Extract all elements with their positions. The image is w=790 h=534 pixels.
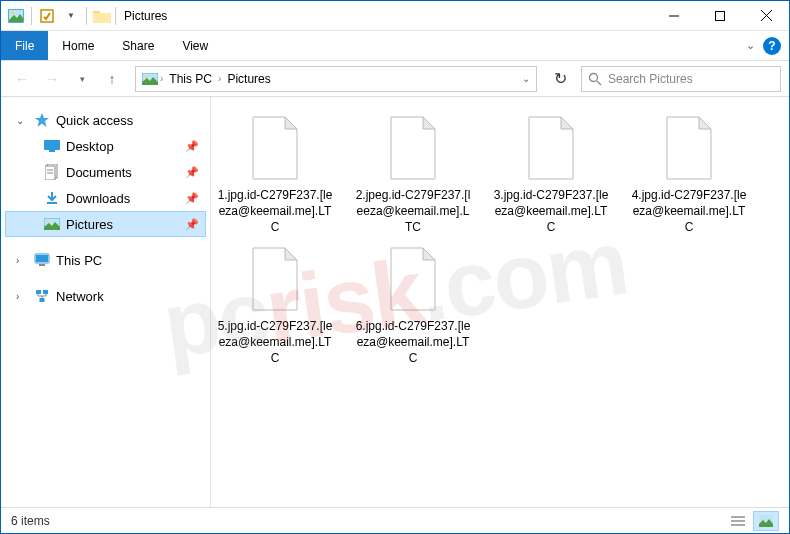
file-label: 5.jpg.id-C279F237.[leeza@keemail.me].LTC (217, 318, 333, 367)
svg-rect-25 (43, 290, 48, 294)
svg-rect-13 (49, 150, 55, 152)
svg-point-20 (47, 220, 49, 222)
blank-file-icon (383, 113, 443, 183)
file-item[interactable]: 4.jpg.id-C279F237.[leeza@keemail.me].LTC (627, 109, 751, 240)
chevron-down-icon[interactable]: ⌄ (16, 115, 28, 126)
sidebar-item-quick-access[interactable]: ⌄ Quick access (5, 107, 206, 133)
search-placeholder: Search Pictures (608, 72, 693, 86)
ribbon: File Home Share View ⌄ ? (1, 31, 789, 61)
breadcrumb-thispc[interactable]: This PC (165, 72, 216, 86)
sidebar: ⌄ Quick access Desktop 📌 Documents 📌 Dow… (1, 97, 211, 507)
blank-file-icon (521, 113, 581, 183)
chevron-right-icon[interactable]: › (160, 73, 163, 84)
up-button[interactable]: ↑ (99, 66, 125, 92)
chevron-right-icon[interactable]: › (16, 255, 28, 266)
star-icon (34, 112, 50, 128)
desktop-icon (44, 138, 60, 154)
sidebar-item-label: Network (56, 289, 104, 304)
statusbar: 6 items (1, 507, 789, 533)
pin-icon: 📌 (185, 140, 199, 153)
search-icon (588, 72, 602, 86)
pictures-small-icon (142, 73, 158, 85)
qat-dropdown-icon[interactable]: ▼ (60, 5, 82, 27)
svg-point-10 (590, 73, 598, 81)
blank-file-icon (245, 244, 305, 314)
folder-icon (91, 5, 113, 27)
file-label: 4.jpg.id-C279F237.[leeza@keemail.me].LTC (631, 187, 747, 236)
search-input[interactable]: Search Pictures (581, 66, 781, 92)
close-button[interactable] (743, 1, 789, 31)
sidebar-item-label: This PC (56, 253, 102, 268)
sidebar-item-this-pc[interactable]: › This PC (5, 247, 206, 273)
tab-share[interactable]: Share (108, 31, 168, 60)
file-label: 1.jpg.id-C279F237.[leeza@keemail.me].LTC (217, 187, 333, 236)
file-pane[interactable]: 1.jpg.id-C279F237.[leeza@keemail.me].LTC… (211, 97, 789, 507)
svg-rect-24 (36, 290, 41, 294)
file-label: 3.jpg.id-C279F237.[leeza@keemail.me].LTC (493, 187, 609, 236)
sidebar-item-documents[interactable]: Documents 📌 (5, 159, 206, 185)
downloads-icon (44, 190, 60, 206)
sidebar-item-network[interactable]: › Network (5, 283, 206, 309)
details-view-button[interactable] (725, 511, 751, 531)
address-dropdown-icon[interactable]: ⌄ (522, 73, 530, 84)
item-count: 6 items (11, 514, 50, 528)
sidebar-item-pictures[interactable]: Pictures 📌 (5, 211, 206, 237)
file-item[interactable]: 6.jpg.id-C279F237.[leeza@keemail.me].LTC (351, 240, 475, 371)
file-item[interactable]: 1.jpg.id-C279F237.[leeza@keemail.me].LTC (213, 109, 337, 240)
svg-point-2 (12, 11, 15, 14)
svg-rect-12 (44, 140, 60, 150)
documents-icon (44, 164, 60, 180)
file-label: 6.jpg.id-C279F237.[leeza@keemail.me].LTC (355, 318, 471, 367)
tab-home[interactable]: Home (48, 31, 108, 60)
file-label: 2.jpeg.id-C279F237.[leeza@keemail.me].LT… (355, 187, 471, 236)
file-tab[interactable]: File (1, 31, 48, 60)
computer-icon (34, 252, 50, 268)
quick-access-toolbar: ▼ (1, 5, 118, 27)
pin-icon: 📌 (185, 218, 199, 231)
sidebar-item-label: Quick access (56, 113, 133, 128)
minimize-button[interactable] (651, 1, 697, 31)
file-item[interactable]: 3.jpg.id-C279F237.[leeza@keemail.me].LTC (489, 109, 613, 240)
svg-rect-23 (39, 264, 45, 266)
file-item[interactable]: 5.jpg.id-C279F237.[leeza@keemail.me].LTC (213, 240, 337, 371)
sidebar-item-label: Desktop (66, 139, 114, 154)
forward-button[interactable]: → (39, 66, 65, 92)
svg-point-9 (145, 75, 147, 77)
recent-locations-dropdown[interactable]: ▾ (69, 66, 95, 92)
window-title: Pictures (124, 9, 167, 23)
blank-file-icon (383, 244, 443, 314)
explorer-window: ▼ Pictures File Home Share View ⌄ ? ← → … (0, 0, 790, 534)
thumbnails-view-button[interactable] (753, 511, 779, 531)
expand-ribbon-icon[interactable]: ⌄ (746, 39, 755, 52)
pictures-folder-icon[interactable] (5, 5, 27, 27)
pin-icon: 📌 (185, 166, 199, 179)
sidebar-item-label: Documents (66, 165, 132, 180)
refresh-button[interactable]: ↻ (547, 66, 573, 92)
maximize-button[interactable] (697, 1, 743, 31)
pictures-icon (44, 216, 60, 232)
properties-icon[interactable] (36, 5, 58, 27)
titlebar: ▼ Pictures (1, 1, 789, 31)
sidebar-item-desktop[interactable]: Desktop 📌 (5, 133, 206, 159)
network-icon (34, 288, 50, 304)
file-item[interactable]: 2.jpeg.id-C279F237.[leeza@keemail.me].LT… (351, 109, 475, 240)
svg-rect-26 (40, 298, 45, 302)
sidebar-item-downloads[interactable]: Downloads 📌 (5, 185, 206, 211)
sidebar-item-label: Downloads (66, 191, 130, 206)
chevron-right-icon[interactable]: › (218, 73, 221, 84)
chevron-right-icon[interactable]: › (16, 291, 28, 302)
navbar: ← → ▾ ↑ › This PC › Pictures ⌄ ↻ Search … (1, 61, 789, 97)
body: ⌄ Quick access Desktop 📌 Documents 📌 Dow… (1, 97, 789, 507)
window-controls (651, 1, 789, 31)
back-button[interactable]: ← (9, 66, 35, 92)
pin-icon: 📌 (185, 192, 199, 205)
help-icon[interactable]: ? (763, 37, 781, 55)
sidebar-item-label: Pictures (66, 217, 113, 232)
tab-view[interactable]: View (168, 31, 222, 60)
blank-file-icon (659, 113, 719, 183)
breadcrumb-pictures[interactable]: Pictures (223, 72, 274, 86)
svg-rect-5 (716, 11, 725, 20)
svg-rect-22 (36, 255, 48, 262)
address-bar[interactable]: › This PC › Pictures ⌄ (135, 66, 537, 92)
svg-line-11 (597, 81, 601, 85)
